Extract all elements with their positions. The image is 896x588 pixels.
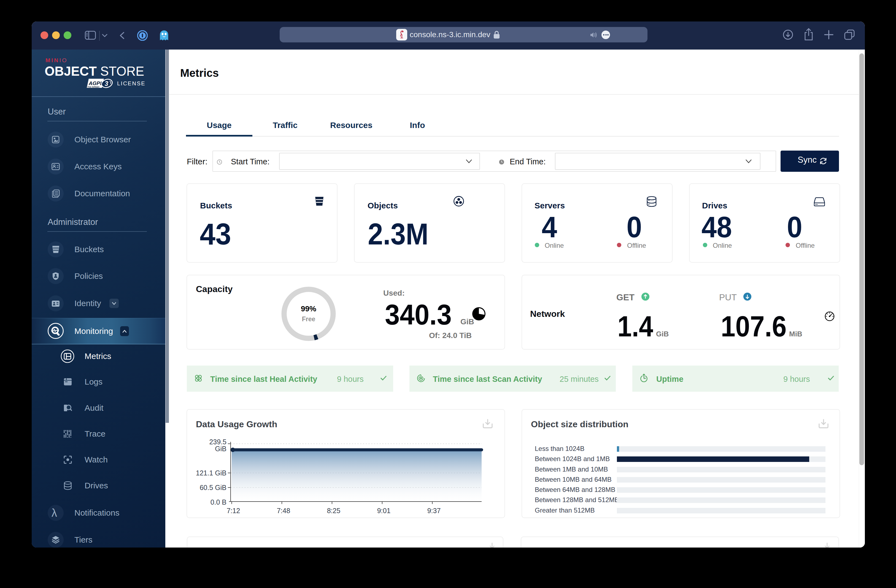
svg-text:7:12: 7:12 [227, 507, 240, 515]
svg-text:121.1 GiB: 121.1 GiB [196, 469, 227, 477]
svg-text:60.5 GiB: 60.5 GiB [200, 484, 227, 491]
svg-text:9:01: 9:01 [377, 507, 391, 515]
svg-text:0.0 B: 0.0 B [210, 498, 227, 506]
svg-text:Free Software: Free Software [88, 86, 99, 88]
svg-text:9:37: 9:37 [427, 507, 441, 515]
svg-text:239.5: 239.5 [209, 438, 227, 446]
svg-text:3: 3 [105, 80, 108, 87]
svg-text:AGPL: AGPL [88, 81, 103, 86]
svg-text:8:25: 8:25 [327, 507, 341, 515]
svg-text:GiB: GiB [215, 445, 227, 453]
svg-text:7:48: 7:48 [277, 507, 290, 515]
